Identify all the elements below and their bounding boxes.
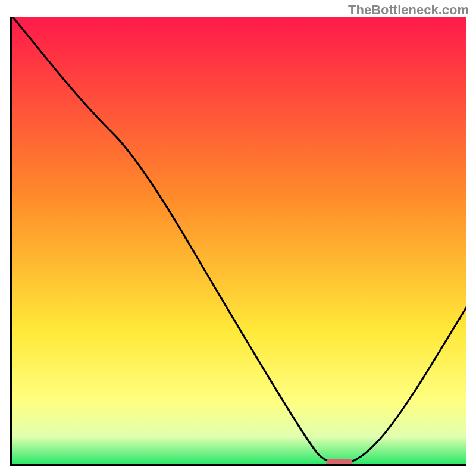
chart-svg <box>12 17 466 464</box>
watermark-label: TheBottleneck.com <box>348 2 469 18</box>
gradient-background <box>12 17 466 464</box>
chart-plot-area <box>12 17 466 464</box>
optimal-marker <box>326 459 352 464</box>
